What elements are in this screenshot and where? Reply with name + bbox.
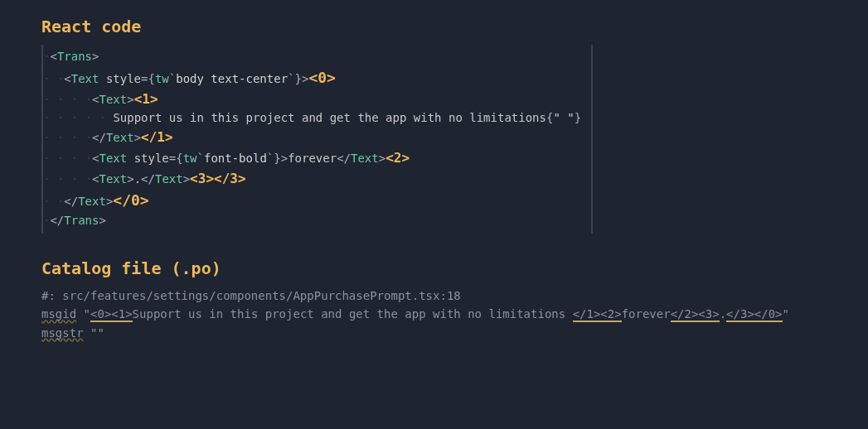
tag-text-close: Text bbox=[155, 172, 183, 186]
react-code-block: ·<Trans> · ·<Text style={tw`body text-ce… bbox=[41, 45, 593, 234]
marker-3-open: <3> bbox=[190, 171, 214, 186]
marker-1-close: </1> bbox=[141, 129, 173, 145]
code-line: · · · ·<Text>.</Text><3></3> bbox=[43, 169, 591, 190]
tw-ident: tw bbox=[155, 72, 169, 85]
code-line: ·<Trans> bbox=[43, 48, 591, 66]
text-forever: forever bbox=[288, 152, 337, 165]
text-content: Support us in this project and get the a… bbox=[113, 111, 546, 124]
po-tag-30: </3></0> bbox=[726, 307, 782, 322]
tw-ident: tw bbox=[183, 152, 197, 165]
tw-classes: body text-center bbox=[176, 72, 288, 85]
marker-0-close: </0> bbox=[113, 191, 148, 209]
po-period: . bbox=[720, 307, 726, 321]
code-line: · ·</Text></0> bbox=[43, 189, 591, 212]
po-msgid-label: msgid bbox=[41, 307, 76, 321]
code-line: · · · · · Support us in this project and… bbox=[43, 109, 591, 128]
po-tag-01: <0><1> bbox=[90, 307, 133, 322]
marker-1-open: <1> bbox=[134, 91, 158, 107]
quote: " bbox=[783, 307, 789, 321]
po-tag-23: </2><3> bbox=[671, 307, 720, 322]
tag-text: Text bbox=[99, 152, 128, 165]
tag-trans: Trans bbox=[57, 50, 92, 63]
po-comment-prefix: #: bbox=[41, 289, 62, 302]
tw-classes: font-bold bbox=[204, 152, 267, 165]
tag-text-close: Text bbox=[351, 152, 379, 165]
tag-text: Text bbox=[71, 72, 99, 85]
code-line: · ·<Text style={tw`body text-center`}><0… bbox=[43, 66, 591, 89]
heading-react: React code bbox=[41, 17, 827, 36]
tag-text-close: Text bbox=[106, 131, 134, 144]
tag-text: Text bbox=[99, 93, 128, 106]
heading-catalog: Catalog file (.po) bbox=[41, 258, 827, 278]
po-msgstr-label: msgstr bbox=[41, 326, 84, 340]
code-line: · · · ·<Text style={tw`font-bold`}>forev… bbox=[43, 148, 591, 169]
po-mid-text: Support us in this project and get the a… bbox=[133, 307, 573, 321]
quote: " bbox=[84, 307, 90, 321]
marker-3-close: </3> bbox=[214, 171, 246, 186]
po-comment-path: src/features/settings/components/AppPurc… bbox=[62, 289, 460, 302]
tag-text: Text bbox=[99, 172, 128, 186]
marker-2: <2> bbox=[386, 150, 410, 166]
code-line: · · · ·</Text></1> bbox=[43, 128, 591, 148]
tag-text-close: Text bbox=[78, 195, 106, 208]
tag-trans-close: Trans bbox=[64, 214, 99, 227]
text-period: . bbox=[134, 172, 141, 186]
po-tag-12: </1><2> bbox=[573, 307, 622, 322]
code-line: ·</Trans> bbox=[43, 212, 591, 230]
po-forever: forever bbox=[622, 307, 671, 321]
po-comment-line: #: src/features/settings/components/AppP… bbox=[41, 287, 827, 305]
code-line: · · · ·<Text><1> bbox=[43, 89, 591, 110]
po-block: #: src/features/settings/components/AppP… bbox=[41, 287, 827, 342]
po-msgstr-line: msgstr "" bbox=[41, 324, 827, 342]
space-literal: " " bbox=[553, 111, 574, 124]
po-msgid-line: msgid "<0><1>Support us in this project … bbox=[41, 305, 827, 323]
attr-style: style bbox=[134, 152, 169, 165]
marker-0-open: <0> bbox=[308, 69, 336, 86]
po-empty: "" bbox=[90, 326, 104, 340]
attr-style: style bbox=[106, 72, 141, 85]
